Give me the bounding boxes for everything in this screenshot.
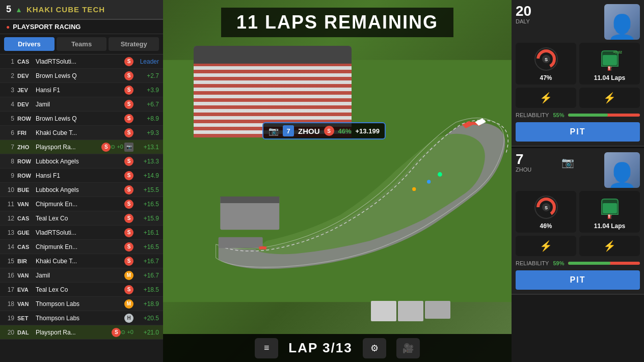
- track-background: 11 LAPS REMAINING 📷 7 ZHOU S 46% +13.199: [163, 0, 512, 362]
- right-panel: 20 DALY 👤 S 47%: [512, 0, 644, 362]
- driver-position: 5: [4, 115, 14, 122]
- driver2-avatar-icon: 👤: [607, 163, 637, 188]
- driver1-tyre-svg: S: [533, 46, 559, 72]
- driver2-speed-btn[interactable]: ⚡: [516, 236, 576, 256]
- driver1-avatar: 👤: [604, 4, 640, 40]
- tab-strategy[interactable]: Strategy: [109, 37, 159, 51]
- driver-position: 20: [4, 329, 14, 336]
- driver2-tyre-gauge: S 46%: [516, 191, 576, 233]
- driver1-fuel-gauge: ⛽ +0.02 11.04 Laps: [579, 43, 640, 85]
- driver-name: Chipmunk En...: [36, 243, 122, 250]
- driver-row[interactable]: 2 DEV Brown Lewis Q S +2.7: [0, 69, 163, 83]
- driver2-pit-button[interactable]: PIT: [516, 270, 640, 290]
- svg-text:⛽: ⛽: [607, 214, 612, 219]
- driver2-tyre-pct: 46%: [540, 222, 552, 230]
- driver2-lightning-btn[interactable]: ⚡: [579, 236, 640, 256]
- svg-point-6: [412, 187, 416, 191]
- driver-gap: +16.7: [133, 258, 159, 265]
- driver1-lightning-btn[interactable]: ⚡: [579, 88, 640, 108]
- driver1-reliability-fill: [568, 114, 607, 117]
- driver1-speed-icon: ⚡: [540, 92, 552, 104]
- driver-gap: +13.1: [133, 144, 159, 151]
- driver-tyre: S: [124, 242, 133, 252]
- driver2-reliability-row: RELIABILITY 59%: [516, 258, 640, 268]
- driver-team-code: VAN: [17, 301, 36, 307]
- driver-row[interactable]: 6 FRI Khaki Cube T... S +9.3: [0, 126, 163, 140]
- driver1-lightning-icon: ⚡: [603, 92, 616, 104]
- driver-position: 11: [4, 201, 14, 208]
- driver-row[interactable]: 11 VAN Chipmunk En... S +16.5: [0, 197, 163, 211]
- driver-tyre: S: [124, 257, 133, 266]
- driver-row[interactable]: 14 CAS Chipmunk En... S +16.5: [0, 240, 163, 254]
- driver-row[interactable]: 5 ROW Brown Lewis Q S +8.9: [0, 112, 163, 126]
- driver-row[interactable]: 9 ROW Hansi F1 S +14.9: [0, 169, 163, 183]
- driver-position: 4: [4, 101, 14, 108]
- driver-row[interactable]: 18 VAN Thompson Labs M +18.9: [0, 297, 163, 311]
- driver1-speed-btn[interactable]: ⚡: [516, 88, 576, 108]
- bubble-fuel-pct: 46%: [338, 127, 352, 135]
- driver-row[interactable]: 7 ZHO Playsport Ra... S ⊙ +0 📷 +13.1: [0, 140, 163, 154]
- driver-row[interactable]: 1 CAS VladRTSoluti... S Leader: [0, 54, 163, 69]
- driver-tyre: S: [124, 71, 133, 80]
- driver-tyre: S: [124, 171, 133, 180]
- driver2-reliability-pct: 59%: [553, 260, 564, 266]
- driver2-tyre-svg: S: [533, 194, 559, 220]
- svg-text:S: S: [544, 57, 547, 62]
- driver-row[interactable]: 3 JEV Hansi F1 S +3.9: [0, 83, 163, 97]
- driver1-name: DALY: [516, 18, 531, 24]
- driver-extra: ⊙ +0: [121, 329, 133, 336]
- driver2-reliability-label: RELIABILITY: [516, 260, 549, 266]
- driver-position: 15: [4, 258, 14, 265]
- driver-name: Lubbock Angels: [36, 158, 122, 165]
- driver-row[interactable]: 16 VAN Jamil M +16.7: [0, 268, 163, 283]
- driver-row[interactable]: 13 GUE VladRTSoluti... S +16.1: [0, 226, 163, 240]
- driver-name: Playsport Ra...: [36, 329, 110, 336]
- driver-tyre: S: [124, 128, 133, 137]
- driver2-fuel-gauge: ⛽ 11.04 Laps: [579, 191, 640, 233]
- driver1-card: 20 DALY 👤 S 47%: [512, 0, 644, 147]
- driver-gap: +2.7: [133, 72, 159, 79]
- driver2-stats: S 46% ⛽ 11.04 Laps: [516, 191, 640, 233]
- driver-tyre: M: [124, 271, 133, 280]
- driver-position: 3: [4, 87, 14, 94]
- camera-button[interactable]: 🎥: [396, 338, 420, 358]
- driver-name: Khaki Cube T...: [36, 258, 122, 265]
- driver-name: Khaki Cube T...: [36, 129, 122, 136]
- driver-name: Jamil: [36, 272, 122, 279]
- driver-row[interactable]: 19 SET Thompson Labs H +20.5: [0, 311, 163, 325]
- svg-point-4: [438, 172, 442, 177]
- driver-row[interactable]: 17 EVA Teal Lex Co S +18.5: [0, 283, 163, 297]
- team-position: 5: [6, 4, 11, 15]
- driver1-header: 20 DALY 👤: [516, 4, 640, 40]
- driver-team-code: VAN: [17, 201, 36, 207]
- pit-buildings: [371, 301, 450, 321]
- tab-teams[interactable]: Teams: [57, 37, 107, 51]
- driver-row[interactable]: 12 CAS Teal Lex Co S +15.9: [0, 211, 163, 226]
- driver-row[interactable]: 8 ROW Lubbock Angels S +13.3: [0, 154, 163, 169]
- bubble-driver-name: ZHOU: [298, 127, 320, 135]
- bottom-bar: ≡ LAP 3/13 ⚙ 🎥: [163, 334, 512, 362]
- driver1-pit-button[interactable]: PIT: [516, 122, 640, 142]
- driver-gap: +16.1: [133, 229, 159, 236]
- driver1-reliability-row: RELIABILITY 55%: [516, 110, 640, 120]
- svg-rect-18: [603, 203, 617, 213]
- driver-position: 2: [4, 72, 14, 79]
- driver-team-code: CAS: [17, 59, 36, 65]
- driver-row[interactable]: 10 BUE Lubbock Angels S +15.5: [0, 183, 163, 197]
- driver2-header: 7 ZHOU 📷 👤: [516, 152, 640, 188]
- tab-drivers[interactable]: Drivers: [4, 37, 55, 51]
- driver1-fuel-laps: 11.04 Laps: [594, 74, 625, 81]
- team-arrow: ▲: [15, 6, 22, 14]
- menu-button[interactable]: ≡: [255, 338, 278, 358]
- driver-team-code: BUE: [17, 187, 36, 193]
- driver-position: 12: [4, 215, 14, 222]
- driver-row[interactable]: 20 DAL Playsport Ra... S ⊙ +0 +21.0: [0, 325, 163, 340]
- laps-remaining-banner: 11 LAPS REMAINING: [221, 8, 453, 37]
- driver-row[interactable]: 4 DEV Jamil S +6.7: [0, 97, 163, 112]
- driver-tyre: S: [124, 185, 133, 194]
- settings-button[interactable]: ⚙: [363, 338, 386, 358]
- driver-gap: +15.5: [133, 186, 159, 193]
- bubble-gap: +13.199: [356, 127, 380, 135]
- driver2-cam-btn[interactable]: 📷: [531, 152, 604, 173]
- driver-row[interactable]: 15 BIR Khaki Cube T... S +16.7: [0, 254, 163, 268]
